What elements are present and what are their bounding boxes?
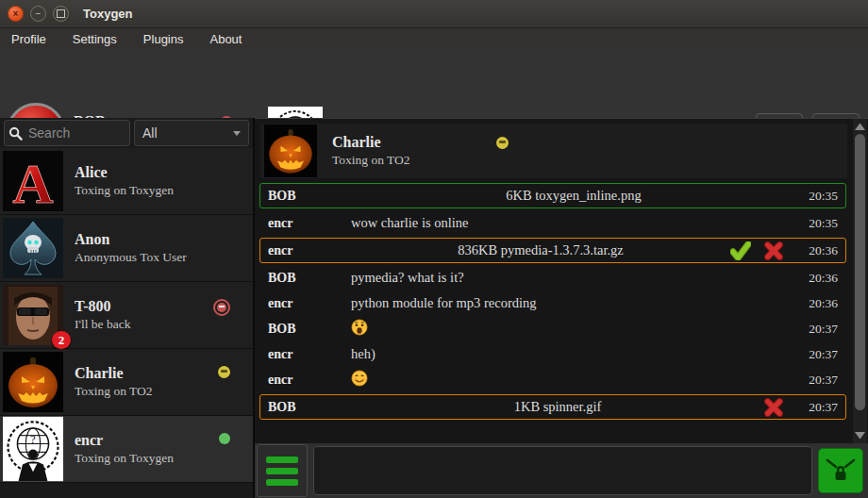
header-panel: B BOB Looking for Python dev… ? encr (0, 49, 868, 118)
search-input[interactable] (26, 124, 115, 141)
menu-profile[interactable]: Profile (11, 32, 46, 46)
message-body: pymedia? what is it? (351, 270, 796, 286)
contacts-sidebar: All A Alice Toxing on Toxygen (0, 118, 255, 498)
message-time: 20:37 (796, 322, 838, 337)
file-transfer-actions (730, 241, 783, 260)
contact-row-charlie[interactable]: Charlie Toxing on TO2 (0, 349, 253, 416)
message-sender: BOB (268, 271, 351, 286)
chat-contact-text: Charlie Toxing on TO2 (332, 134, 474, 168)
pumpkin-icon (264, 124, 317, 177)
contact-row-t800[interactable]: 2 T-800 I'll be back (0, 282, 253, 349)
hamburger-icon (266, 456, 298, 463)
contact-list: A Alice Toxing on Toxygen (0, 148, 253, 483)
contact-name: Anon (75, 231, 253, 248)
message-text: encr heh) 20:37 (260, 341, 845, 367)
contact-status-message: Toxing on Toxygen (75, 451, 253, 466)
spade-skull-icon (3, 218, 63, 278)
attachments-menu-button[interactable] (257, 444, 308, 497)
message-time: 20:35 (796, 189, 838, 204)
menu-settings[interactable]: Settings (73, 32, 117, 46)
maximize-button[interactable] (53, 6, 69, 22)
file-transfer-label: 1KB spinner.gif (351, 399, 764, 415)
svg-text:A: A (12, 153, 53, 211)
message-file-transfer[interactable]: encr 836KB pymedia-1.3.7.3.tar.gz 20:36 (259, 238, 846, 263)
message-time: 20:36 (796, 271, 838, 286)
message-sender: encr (268, 347, 351, 362)
search-row: All (0, 120, 253, 146)
contact-status-message: Anonymous Tox User (75, 250, 253, 265)
decline-cross-icon[interactable] (764, 241, 783, 260)
svg-text:?: ? (30, 433, 35, 446)
message-sender: encr (268, 296, 351, 311)
chat-contact-name: Charlie (332, 134, 474, 151)
composer-bar (255, 443, 868, 498)
message-body: python module for mp3 recording (351, 295, 796, 311)
search-icon (8, 126, 23, 141)
unread-count-badge: 2 (52, 331, 71, 349)
message-time: 20:36 (796, 243, 838, 258)
message-emoji: BOB 20:37 (260, 316, 845, 341)
chat-contact-card: Charlie Toxing on TO2 (260, 124, 847, 178)
send-message-button[interactable] (818, 448, 863, 493)
minimize-icon: − (36, 9, 42, 19)
title-bar: × − Toxygen (0, 0, 868, 28)
scroll-up-arrow-icon[interactable] (855, 124, 865, 130)
contact-row-encr[interactable]: ? encr Toxing on Toxygen (0, 416, 253, 483)
menu-plugins[interactable]: Plugins (143, 32, 184, 46)
decline-cross-icon[interactable] (764, 398, 783, 417)
red-letter-a-icon: A (3, 151, 63, 211)
search-box[interactable] (4, 120, 130, 146)
online-status-icon (219, 433, 230, 444)
maximize-icon (57, 9, 65, 18)
shocked-face-emoji (351, 319, 368, 336)
message-file-transfer[interactable]: BOB 1KB spinner.gif 20:37 (259, 394, 846, 420)
contact-filter-dropdown[interactable]: All (134, 120, 249, 146)
accept-check-icon[interactable] (730, 241, 751, 260)
avatar (3, 218, 63, 278)
message-time: 20:37 (796, 400, 838, 415)
message-sender: BOB (268, 400, 351, 415)
away-status-icon (218, 366, 230, 378)
window-title: Toxygen (83, 7, 133, 21)
message-input[interactable] (313, 446, 812, 495)
message-time: 20:35 (796, 216, 838, 231)
menu-about[interactable]: About (209, 32, 242, 46)
anonymous-logo-icon: ? (3, 415, 63, 483)
message-text: encr wow charlie is online 20:35 (260, 210, 845, 236)
chevron-down-icon (233, 131, 241, 136)
message-time: 20:37 (796, 347, 838, 362)
message-sender: encr (268, 216, 351, 231)
message-text: encr python module for mp3 recording 20:… (260, 290, 845, 316)
busy-status-icon (213, 299, 230, 316)
scroll-down-arrow-icon[interactable] (855, 432, 865, 439)
close-button[interactable]: × (8, 6, 24, 22)
message-text: BOB pymedia? what is it? 20:36 (260, 265, 845, 290)
message-file-transfer[interactable]: BOB 6KB toxygen_inline.png 20:35 (259, 183, 846, 208)
message-time: 20:36 (796, 296, 838, 311)
away-status-icon (496, 137, 509, 149)
contact-status-message: Toxing on TO2 (75, 384, 253, 399)
message-sender: encr (268, 243, 351, 258)
avatar: 2 (3, 285, 63, 345)
avatar (264, 124, 317, 177)
chat-scrollbar[interactable] (853, 119, 867, 443)
scrollbar-thumb[interactable] (855, 134, 865, 410)
message-sender: BOB (268, 322, 351, 337)
contact-status-message: I'll be back (75, 317, 253, 332)
message-sender: BOB (268, 189, 351, 204)
contact-row-anon[interactable]: Anon Anonymous Tox User (0, 215, 253, 282)
chat-contact-status-message: Toxing on TO2 (332, 153, 474, 168)
encrypted-send-icon (825, 456, 857, 485)
avatar: A (3, 151, 63, 211)
minimize-button[interactable]: − (30, 6, 46, 22)
message-time: 20:37 (796, 373, 838, 388)
contact-filter-value: All (142, 125, 158, 141)
avatar (3, 352, 63, 412)
file-transfer-actions (764, 398, 783, 417)
message-emoji: encr 20:37 (260, 367, 845, 392)
message-list: BOB 6KB toxygen_inline.png 20:35 encr wo… (255, 181, 851, 422)
avatar: ? (3, 415, 63, 483)
contact-row-alice[interactable]: A Alice Toxing on Toxygen (0, 148, 253, 215)
close-icon: × (13, 9, 19, 19)
toxygen-window: × − Toxygen Profile Settings Plugins Abo… (0, 0, 868, 498)
